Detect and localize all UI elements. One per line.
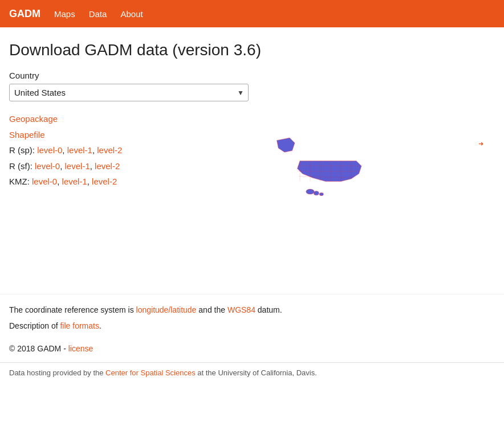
footer-info: The coordinate reference system is longi… [0, 294, 504, 333]
kmz-level1-link[interactable]: level-1 [62, 177, 87, 186]
links-section: Geopackage Shapefile R (sp): level-0, le… [9, 112, 495, 226]
datum-link[interactable]: WGS84 [227, 305, 255, 314]
copyright-text: © 2018 GADM - [9, 344, 68, 353]
rsf-link-line: R (sf): level-0, level-1, level-2 [9, 159, 122, 174]
license-link[interactable]: license [68, 344, 94, 353]
crs-text-before: The coordinate reference system is [9, 305, 136, 314]
main-content: Download GADM data (version 3.6) Country… [0, 27, 504, 226]
format-end: . [99, 321, 101, 330]
kmz-level2-link[interactable]: level-2 [92, 177, 117, 186]
crs-text-after: datum. [255, 305, 282, 314]
kmz-label: KMZ: [9, 177, 30, 186]
page-title: Download GADM data (version 3.6) [9, 41, 495, 59]
rsf-level2-link[interactable]: level-2 [95, 161, 120, 171]
hosting-link[interactable]: Center for Spatial Sciences [105, 368, 196, 377]
rsp-link-line: R (sp): level-0, level-1, level-2 [9, 143, 122, 158]
us-map-area: ➜ [156, 112, 495, 226]
country-label: Country [9, 71, 495, 80]
geopackage-link[interactable]: Geopackage [9, 114, 58, 124]
svg-point-2 [306, 189, 314, 194]
rsp-level1-link[interactable]: level-1 [67, 145, 92, 155]
svg-point-4 [319, 193, 323, 195]
crs-paragraph: The coordinate reference system is longi… [9, 304, 495, 316]
svg-point-3 [314, 191, 319, 195]
crs-link[interactable]: longitude/latitude [136, 305, 197, 314]
crs-text-middle: and the [196, 305, 227, 314]
brand-title: GADM [9, 8, 40, 20]
rsp-level2-link[interactable]: level-2 [97, 145, 122, 155]
shapefile-link[interactable]: Shapefile [9, 130, 45, 140]
country-select-wrapper: United States ▼ [9, 84, 249, 101]
header: GADM Maps Data About [0, 0, 504, 27]
hosting-after: at the University of California, Davis. [196, 368, 317, 377]
geopackage-link-line: Geopackage [9, 112, 122, 126]
svg-marker-1 [277, 138, 295, 152]
us-map-svg [274, 132, 377, 206]
format-paragraph: Description of file formats. [9, 320, 495, 332]
rsf-label: R (sf): [9, 161, 32, 171]
kmz-level0-link[interactable]: level-0 [32, 177, 57, 186]
format-link[interactable]: file formats [60, 321, 99, 330]
footer-hosting: Data hosting provided by the Center for … [0, 362, 504, 377]
nav-about[interactable]: About [120, 9, 143, 19]
rsp-level0-link[interactable]: level-0 [37, 145, 62, 155]
hosting-before: Data hosting provided by the [9, 368, 105, 377]
footer-copyright: © 2018 GADM - license [0, 344, 504, 353]
rsf-level0-link[interactable]: level-0 [35, 161, 60, 171]
nav-data[interactable]: Data [89, 9, 107, 19]
rsf-level1-link[interactable]: level-1 [65, 161, 90, 171]
rsp-label: R (sp): [9, 145, 35, 155]
format-text: Description of [9, 321, 60, 330]
download-links: Geopackage Shapefile R (sp): level-0, le… [9, 112, 122, 190]
map-arrow-icon: ➜ [478, 140, 483, 148]
country-select[interactable]: United States [9, 84, 249, 101]
nav-maps[interactable]: Maps [54, 9, 75, 19]
kmz-link-line: KMZ: level-0, level-1, level-2 [9, 174, 122, 189]
shapefile-link-line: Shapefile [9, 128, 122, 142]
